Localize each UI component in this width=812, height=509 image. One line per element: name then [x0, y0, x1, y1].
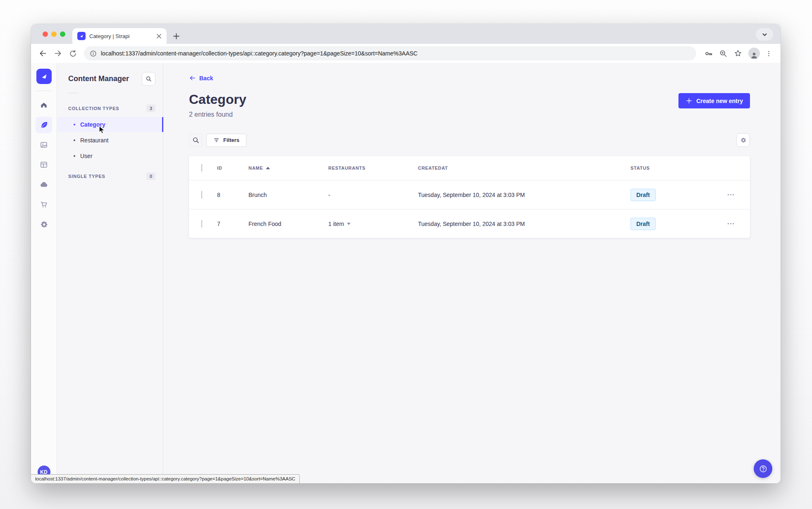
cell-name: French Food — [248, 221, 328, 227]
question-circle-icon — [759, 464, 768, 473]
strapi-favicon-icon — [77, 32, 86, 40]
browser-window: Category | Strapi localhost:1337/admin/c… — [31, 24, 781, 483]
content-manager-icon[interactable] — [36, 117, 52, 133]
zoom-icon[interactable] — [717, 47, 729, 60]
settings-icon[interactable] — [36, 216, 52, 233]
sidebar-item-label: User — [80, 153, 93, 159]
status-badge: Draft — [630, 218, 656, 230]
single-types-count-badge: 0 — [146, 173, 155, 180]
main-nav-rail: KD — [31, 63, 57, 483]
tab-title: Category | Strapi — [89, 33, 151, 39]
media-library-icon[interactable] — [36, 137, 52, 153]
browser-tab-strip: Category | Strapi — [31, 24, 781, 44]
url-text[interactable]: localhost:1337/admin/content-manager/col… — [101, 50, 418, 57]
sidebar-item-category[interactable]: Category — [57, 117, 163, 132]
forward-icon[interactable] — [52, 47, 64, 60]
back-label: Back — [199, 75, 213, 82]
sidebar-title: Content Manager — [68, 74, 129, 83]
content-type-builder-icon[interactable] — [36, 156, 52, 173]
marketplace-icon[interactable] — [36, 196, 52, 213]
browser-tab[interactable]: Category | Strapi — [72, 28, 167, 44]
chevron-down-icon — [347, 223, 351, 225]
bullet-icon — [74, 155, 75, 157]
browser-profile-avatar[interactable] — [748, 48, 760, 59]
site-info-icon[interactable] — [90, 50, 97, 57]
table-row[interactable]: 8 Brunch - Tuesday, September 10, 2024 a… — [189, 180, 750, 209]
bullet-icon — [74, 124, 75, 125]
back-link[interactable]: Back — [189, 74, 213, 82]
table-row[interactable]: 7 French Food 1 item Tuesday, September … — [189, 209, 750, 238]
filters-label: Filters — [223, 137, 239, 143]
browser-toolbar: localhost:1337/admin/content-manager/col… — [31, 44, 781, 63]
select-all-checkbox[interactable] — [201, 164, 202, 172]
table-header-row: ID NAME RESTAURANTS CREATEDAT STATUS — [189, 156, 750, 180]
column-header-createdat[interactable]: CREATEDAT — [418, 166, 630, 170]
column-header-status[interactable]: STATUS — [630, 166, 712, 170]
main-content: Back Category 2 entries found Create new… — [163, 63, 781, 483]
create-new-entry-button[interactable]: Create new entry — [678, 93, 750, 108]
sort-ascending-icon — [266, 167, 270, 169]
window-controls — [43, 31, 65, 37]
column-header-name[interactable]: NAME — [248, 166, 328, 170]
address-bar[interactable]: localhost:1337/admin/content-manager/col… — [84, 46, 696, 60]
new-tab-button[interactable] — [170, 30, 182, 42]
zoom-window-button[interactable] — [60, 31, 65, 37]
content-manager-sidebar: Content Manager COLLECTION TYPES 3 Categ… — [57, 63, 163, 483]
mouse-cursor — [98, 125, 106, 134]
column-header-restaurants[interactable]: RESTAURANTS — [328, 166, 418, 170]
cell-id: 7 — [217, 221, 248, 227]
bullet-icon — [74, 139, 75, 141]
strapi-admin-app: KD Content Manager COLLECTION TYPES 3 Ca… — [31, 63, 781, 483]
sidebar-search-button[interactable] — [142, 72, 155, 86]
back-icon[interactable] — [37, 47, 49, 60]
row-actions-menu-icon[interactable] — [712, 194, 750, 195]
column-header-id[interactable]: ID — [217, 166, 248, 170]
collection-types-section: COLLECTION TYPES 3 — [57, 102, 163, 115]
single-types-label: SINGLE TYPES — [68, 174, 105, 179]
cell-restaurants: - — [328, 192, 418, 198]
help-button[interactable] — [754, 459, 772, 478]
collection-types-count-badge: 3 — [146, 105, 155, 112]
password-key-icon[interactable] — [702, 47, 714, 60]
search-icon[interactable] — [189, 134, 202, 147]
rail-divider — [36, 91, 52, 91]
cell-createdat: Tuesday, September 10, 2024 at 3:03 PM — [418, 192, 630, 198]
reload-icon[interactable] — [67, 47, 79, 60]
sidebar-item-restaurant[interactable]: Restaurant — [57, 133, 163, 148]
cell-id: 8 — [217, 192, 248, 198]
browser-menu-icon[interactable] — [762, 47, 775, 60]
filters-button[interactable]: Filters — [206, 134, 246, 147]
cell-createdat: Tuesday, September 10, 2024 at 3:03 PM — [418, 221, 630, 227]
create-new-entry-label: Create new entry — [696, 98, 743, 104]
active-indicator — [162, 117, 163, 132]
tab-close-icon[interactable] — [155, 32, 162, 40]
cloud-icon[interactable] — [36, 176, 52, 193]
minimize-window-button[interactable] — [51, 31, 57, 37]
strapi-logo[interactable] — [36, 69, 52, 84]
status-badge: Draft — [630, 189, 656, 201]
page-title: Category — [189, 92, 246, 107]
sidebar-item-label: Restaurant — [80, 137, 108, 144]
entries-table: ID NAME RESTAURANTS CREATEDAT STATUS 8 B… — [189, 156, 750, 238]
view-settings-gear-icon[interactable] — [736, 133, 750, 147]
cell-restaurants[interactable]: 1 item — [328, 221, 418, 227]
collection-types-label: COLLECTION TYPES — [68, 106, 119, 111]
close-window-button[interactable] — [43, 31, 48, 37]
sidebar-divider — [68, 93, 79, 93]
home-icon[interactable] — [36, 97, 52, 113]
cell-name: Brunch — [248, 192, 328, 198]
tab-search-chevron-button[interactable] — [756, 28, 773, 41]
row-checkbox[interactable] — [201, 220, 202, 228]
bookmark-star-icon[interactable] — [732, 47, 744, 60]
sidebar-item-user[interactable]: User — [57, 149, 163, 163]
single-types-section: SINGLE TYPES 0 — [57, 170, 163, 182]
entries-count: 2 entries found — [189, 111, 246, 118]
link-status-bar: localhost:1337/admin/content-manager/col… — [31, 474, 300, 483]
row-actions-menu-icon[interactable] — [712, 223, 750, 224]
row-checkbox[interactable] — [201, 191, 202, 199]
